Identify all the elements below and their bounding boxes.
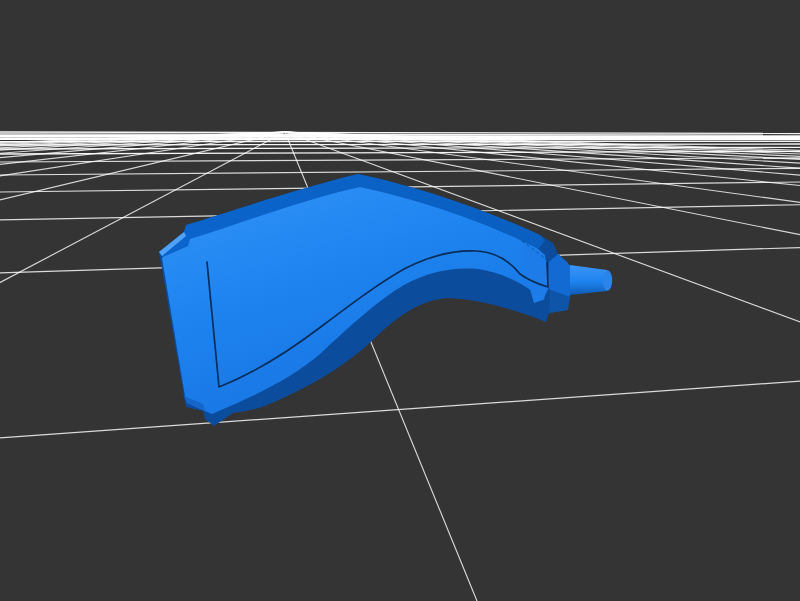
grid-horizontal-line <box>0 134 800 135</box>
grid-horizontal-line <box>0 132 800 134</box>
scene-svg <box>0 0 800 601</box>
peg-end-cap <box>603 270 612 291</box>
model-right-facet <box>549 254 570 297</box>
grid-horizontal-line <box>0 381 800 438</box>
3d-viewport[interactable] <box>0 0 800 601</box>
model-peg <box>570 265 607 295</box>
model-curved-bracket[interactable] <box>159 174 612 426</box>
